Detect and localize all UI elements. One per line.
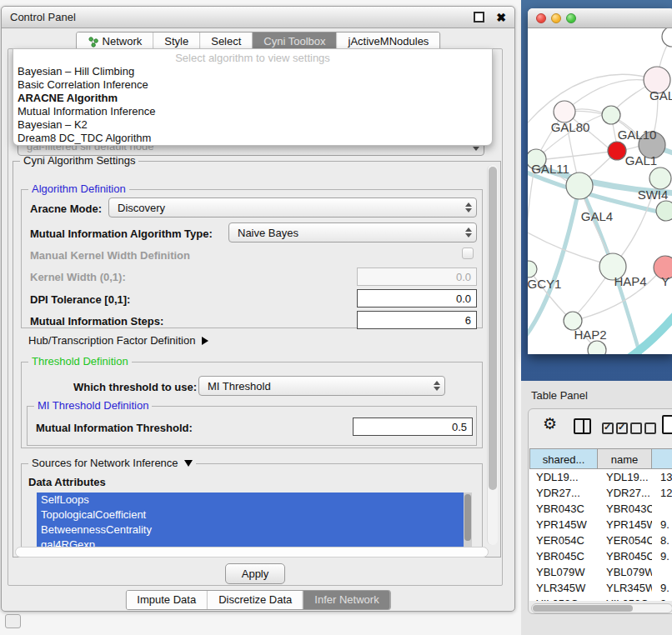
hub-definition-toggle[interactable]: Hub/Transcription Factor Definition	[28, 334, 208, 347]
zoom-traffic-light[interactable]	[566, 13, 576, 23]
table-horizontal-scrollbar[interactable]	[531, 603, 672, 613]
network-node[interactable]	[528, 261, 537, 278]
select-all-columns-icon[interactable]	[602, 421, 630, 434]
network-node[interactable]	[662, 28, 672, 47]
table-cell: YPR145W	[529, 517, 598, 532]
mi-steps-label: Mutual Information Steps:	[30, 315, 163, 328]
which-threshold-label: Which threshold to use:	[73, 381, 197, 393]
network-node[interactable]	[602, 106, 620, 124]
stepper-icon	[465, 223, 472, 242]
node-label: GAL4	[581, 209, 613, 223]
column-header-2[interactable]	[652, 448, 672, 469]
control-panel-titlebar[interactable]: Control Panel ✖	[2, 7, 514, 28]
table-cell: YBR045C	[598, 548, 652, 564]
table-row[interactable]: YBR045CYBR045C9.	[529, 548, 672, 564]
mi-type-label: Mutual Information Algorithm Type:	[30, 228, 213, 240]
dpi-tolerance-field[interactable]: 0.0	[357, 289, 477, 308]
settings-horizontal-scrollbar[interactable]	[15, 547, 489, 558]
network-node[interactable]	[588, 341, 606, 354]
scrollbar-thumb[interactable]	[533, 605, 633, 612]
manual-kernel-checkbox[interactable]	[462, 248, 474, 259]
table-row[interactable]: YBR043CYBR043C	[529, 501, 672, 517]
node-label: GAL10	[618, 128, 657, 142]
table-cell: YDL19...	[529, 469, 598, 485]
sources-legend[interactable]: Sources for Network Inference	[28, 457, 196, 470]
network-window-titlebar[interactable]	[528, 8, 672, 28]
network-node[interactable]	[649, 168, 671, 189]
table-row[interactable]: YDL19...YDL19...13	[529, 469, 672, 485]
table-row[interactable]: YPR145WYPR145W9.	[529, 517, 672, 532]
network-canvas[interactable]: GALGAL80GAL10GAL1GAL11GAL4SWI4GCY1HAP4YH…	[528, 28, 672, 354]
table-cell: 9.	[652, 517, 672, 532]
tab-label: Infer Network	[314, 591, 379, 609]
mi-threshold-field[interactable]: 0.5	[353, 418, 473, 436]
network-node[interactable]	[566, 172, 593, 199]
node-label: GAL	[649, 88, 672, 102]
table-row[interactable]: YDR27...YDR27...12	[529, 485, 672, 501]
network-graph: GALGAL80GAL10GAL1GAL11GAL4SWI4GCY1HAP4YH…	[528, 28, 672, 354]
table-cell: YBR043C	[598, 501, 652, 517]
hub-definition-label: Hub/Transcription Factor Definition	[28, 334, 195, 347]
table-cell: YBL079W	[529, 564, 598, 580]
deselect-all-columns-icon[interactable]	[630, 421, 659, 434]
table-cell	[652, 501, 672, 517]
control-panel-title: Control Panel	[10, 11, 76, 23]
cyni-bottom-tabbar: Impute DataDiscretize DataInfer Network	[125, 590, 390, 610]
column-header-shared[interactable]: shared...	[529, 448, 598, 469]
apply-button[interactable]: Apply	[225, 563, 285, 584]
close-traffic-light[interactable]	[536, 13, 546, 23]
minimize-traffic-light[interactable]	[551, 13, 561, 23]
aracne-mode-select[interactable]: Discovery	[108, 198, 477, 218]
dropdown-prompt: Select algorithm to view settings	[13, 51, 492, 65]
dropdown-item-mutual-information-inference[interactable]: Mutual Information Inference	[13, 105, 492, 118]
table-row[interactable]: YBL079WYBL079W	[529, 564, 672, 580]
close-icon[interactable]: ✖	[496, 12, 506, 23]
table-cell: 9.	[652, 580, 672, 596]
column-layout-icon[interactable]	[574, 418, 591, 434]
settings-vertical-scrollbar[interactable]	[487, 165, 498, 545]
table-row[interactable]: YIL052CYIL052C9.	[529, 596, 672, 601]
float-window-icon[interactable]	[474, 12, 484, 22]
list-vertical-scrollbar[interactable]	[464, 492, 472, 551]
table-row[interactable]: YER054CYER054C8.	[529, 532, 672, 548]
dropdown-item-basic-correlation-inference[interactable]: Basic Correlation Inference	[13, 78, 492, 92]
dropdown-item-dream8-dc-tdc-algorithm[interactable]: Dream8 DC_TDC Algorithm	[13, 132, 492, 145]
threshold-definition-group: Threshold Definition Which threshold to …	[21, 362, 483, 448]
new-table-icon[interactable]	[662, 415, 672, 434]
table-cell: 13	[652, 469, 672, 485]
table-cell: YPR145W	[598, 517, 652, 532]
tab-impute-data[interactable]: Impute Data	[126, 591, 207, 609]
table-cell: 8.	[652, 532, 672, 548]
dpi-tolerance-label: DPI Tolerance [0,1]:	[30, 293, 130, 306]
minimized-panel-icon[interactable]	[5, 614, 21, 628]
network-node[interactable]	[608, 142, 626, 160]
attribute-item-betweennesscentrality[interactable]: BetweennessCentrality	[37, 522, 464, 538]
mi-threshold-group: MI Threshold Definition Mutual Informati…	[27, 406, 477, 446]
attribute-item-topologicalcoefficient[interactable]: TopologicalCoefficient	[37, 508, 464, 522]
kernel-width-field[interactable]: 0.0	[357, 268, 477, 286]
which-threshold-select[interactable]: MI Threshold	[198, 376, 445, 396]
dropdown-item-aracne-algorithm[interactable]: ARACNE Algorithm	[13, 92, 492, 105]
dropdown-item-bayesian-k2[interactable]: Bayesian – K2	[13, 118, 492, 132]
network-node[interactable]	[656, 201, 672, 221]
kernel-width-label: Kernel Width (0,1):	[30, 271, 126, 283]
aracne-mode-label: Aracne Mode:	[30, 202, 102, 215]
network-view-window[interactable]: GALGAL80GAL10GAL1GAL11GAL4SWI4GCY1HAP4YH…	[528, 8, 672, 354]
table-cell: 9.	[652, 548, 672, 564]
scrollbar-thumb[interactable]	[464, 494, 471, 541]
gear-icon[interactable]: ⚙	[543, 416, 557, 432]
attribute-item-selfloops[interactable]: SelfLoops	[37, 492, 464, 508]
mi-algorithm-type-select[interactable]: Naive Bayes	[228, 222, 477, 242]
mi-steps-field[interactable]: 6	[357, 311, 477, 329]
dropdown-item-bayesian-hill-climbing[interactable]: Bayesian – Hill Climbing	[13, 65, 492, 78]
stepper-icon	[465, 198, 472, 217]
table-row[interactable]: YLR345WYLR345W9.	[529, 580, 672, 596]
tab-infer-network[interactable]: Infer Network	[303, 591, 389, 609]
table-cell: YIL052C	[598, 596, 652, 601]
tab-discretize-data[interactable]: Discretize Data	[207, 591, 303, 609]
column-header-name[interactable]: name	[598, 448, 652, 469]
scrollbar-thumb[interactable]	[489, 167, 497, 490]
data-attributes-list[interactable]: SelfLoopsTopologicalCoefficientBetweenne…	[37, 492, 464, 551]
network-icon	[88, 37, 98, 48]
table-cell: YLR345W	[598, 580, 652, 596]
